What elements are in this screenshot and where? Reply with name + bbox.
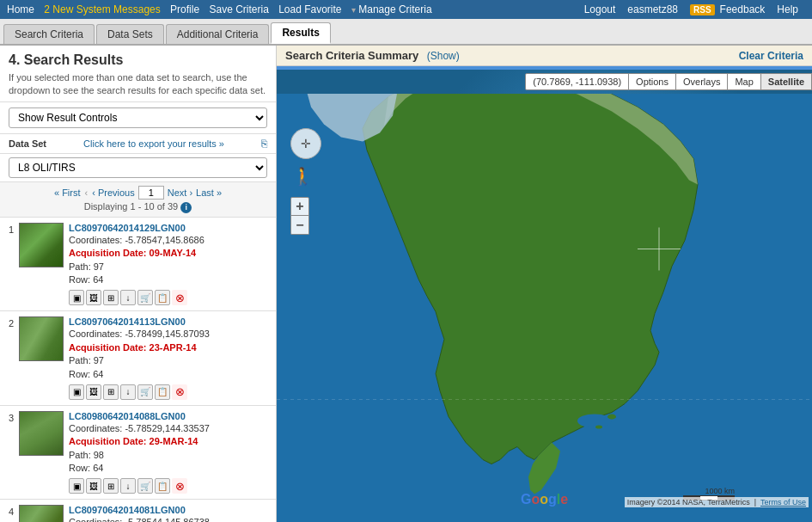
info-icon[interactable]: i	[180, 202, 192, 213]
result-thumb-4[interactable]	[19, 505, 64, 522]
result-thumb-2[interactable]	[19, 316, 64, 361]
tab-bar: Search Criteria Data Sets Additional Cri…	[0, 19, 812, 46]
action-order-3[interactable]: 📋	[155, 478, 170, 494]
nav-feedback[interactable]: Feedback	[720, 3, 766, 15]
result-item-4: 4 LC80970642014081LGN00 Coordinates: -5.…	[0, 500, 276, 522]
nav-load-favorite[interactable]: Load Favorite	[278, 3, 341, 15]
main-layout: 4. Search Results If you selected more t…	[0, 46, 812, 522]
result-thumb-3[interactable]	[19, 411, 64, 456]
svg-point-5	[607, 415, 616, 420]
action-exclude-3[interactable]: ⊗	[172, 478, 187, 494]
entity-id-2: LC80970642014113LGN00	[69, 316, 272, 327]
pagination-nav-links: « First ‹ ‹ Previous Next › Last »	[54, 186, 222, 200]
svg-point-4	[577, 415, 612, 428]
load-favorite-arrow: ▾	[351, 5, 356, 15]
map-svg	[277, 94, 812, 522]
path-1: Path: 97	[69, 261, 272, 273]
tab-data-sets[interactable]: Data Sets	[96, 24, 164, 44]
criteria-bar: Search Criteria Summary (Show) Clear Cri…	[277, 46, 812, 66]
action-exclude-2[interactable]: ⊗	[172, 384, 187, 400]
acq-date-1: Acquisition Date: 09-MAY-14	[69, 247, 272, 260]
action-order-2[interactable]: 📋	[155, 384, 170, 400]
result-item-1: 1 LC80970642014129LGN00 Coordinates: -5.…	[0, 218, 276, 312]
tab-search-criteria[interactable]: Search Criteria	[3, 24, 95, 44]
map-type-map-button[interactable]: Map	[728, 73, 760, 90]
export-link[interactable]: Click here to export your results »	[83, 138, 224, 149]
pagination: « First ‹ ‹ Previous Next › Last » Displ…	[0, 182, 276, 218]
overlays-button[interactable]: Overlays	[676, 73, 728, 90]
criteria-title: Search Criteria Summary	[285, 49, 418, 62]
action-footprint-2[interactable]: ▣	[69, 384, 84, 400]
dataset-select-row: L8 OLI/TIRS	[0, 154, 276, 182]
result-thumb-1[interactable]	[19, 223, 64, 267]
action-cart-1[interactable]: 🛒	[137, 290, 153, 305]
search-results-title: 4. Search Results	[9, 52, 267, 68]
map-coords-display: (70.7869, -111.0938)	[525, 73, 629, 90]
action-compare-3[interactable]: ⊞	[103, 478, 119, 494]
page-number-input[interactable]	[138, 186, 164, 200]
entity-id-4: LC80970642014081LGN00	[69, 505, 272, 515]
action-compare-1[interactable]: ⊞	[103, 290, 119, 305]
nav-home[interactable]: Home	[7, 3, 34, 15]
map-nav-circle[interactable]: ✛	[290, 128, 321, 159]
path-2: Path: 97	[69, 354, 272, 367]
nav-manage-criteria[interactable]: Manage Criteria	[358, 3, 431, 15]
nav-logout[interactable]: Logout	[584, 3, 616, 15]
acq-date-3: Acquisition Date: 29-MAR-14	[69, 435, 272, 448]
action-browse-2[interactable]: 🖼	[86, 384, 101, 400]
action-order-1[interactable]: 📋	[155, 290, 170, 305]
nav-save-criteria[interactable]: Save Criteria	[209, 3, 268, 15]
rss-badge[interactable]: RSS	[690, 4, 715, 15]
action-browse-1[interactable]: 🖼	[86, 290, 101, 305]
nav-user[interactable]: easmetz88	[627, 3, 678, 15]
action-browse-3[interactable]: 🖼	[86, 478, 101, 494]
action-cart-2[interactable]: 🛒	[137, 384, 153, 400]
action-footprint-1[interactable]: ▣	[69, 290, 84, 305]
result-num-1: 1	[3, 223, 19, 235]
action-download-1[interactable]: ↓	[120, 290, 136, 305]
entity-id-1: LC80970642014129LGN00	[69, 223, 272, 233]
nav-help[interactable]: Help	[777, 3, 798, 15]
svg-point-6	[595, 426, 602, 429]
action-exclude-1[interactable]: ⊗	[172, 290, 187, 305]
tab-additional-criteria[interactable]: Additional Criteria	[166, 24, 270, 44]
action-footprint-3[interactable]: ▣	[69, 478, 84, 494]
last-page-link[interactable]: Last »	[196, 187, 222, 198]
street-view-icon[interactable]: 🚶	[292, 166, 314, 187]
next-page-link[interactable]: Next ›	[168, 187, 192, 198]
first-page-link[interactable]: « First	[54, 187, 81, 198]
options-button[interactable]: Options	[629, 73, 676, 90]
export-icon: ⎘	[261, 138, 267, 150]
nav-system-messages[interactable]: 2 New System Messages	[44, 3, 160, 15]
map-image[interactable]: ✛ 🚶 + − Google 1000 km	[277, 70, 812, 522]
clear-criteria-button[interactable]: Clear Criteria	[739, 50, 803, 62]
entity-id-3: LC80980642014088LGN00	[69, 411, 272, 421]
show-result-controls-select[interactable]: Show Result Controls	[9, 107, 267, 128]
coords-3: Coordinates: -5.78529,144.33537	[69, 422, 272, 435]
result-num-2: 2	[3, 316, 19, 329]
previous-page-link[interactable]: ‹ Previous	[92, 187, 135, 198]
action-cart-3[interactable]: 🛒	[137, 478, 153, 494]
action-download-2[interactable]: ↓	[120, 384, 136, 400]
zoom-controls: + −	[290, 197, 309, 235]
result-num-3: 3	[3, 411, 19, 423]
result-actions-3: ▣ 🖼 ⊞ ↓ 🛒 📋 ⊗	[69, 478, 272, 494]
terms-of-use-link[interactable]: Terms of Use	[760, 498, 806, 507]
result-info-3: LC80980642014088LGN00 Coordinates: -5.78…	[69, 411, 272, 494]
map-type-satellite-button[interactable]: Satellite	[761, 73, 812, 90]
map-panel[interactable]: Search Criteria Summary (Show) Clear Cri…	[277, 46, 812, 522]
left-panel: 4. Search Results If you selected more t…	[0, 46, 277, 522]
zoom-out-button[interactable]: −	[290, 216, 309, 235]
action-download-3[interactable]: ↓	[120, 478, 136, 494]
result-info-1: LC80970642014129LGN00 Coordinates: -5.78…	[69, 223, 272, 306]
tab-results[interactable]: Results	[271, 22, 330, 44]
separator1: ‹	[85, 187, 89, 198]
zoom-in-button[interactable]: +	[290, 197, 309, 216]
result-num-4: 4	[3, 505, 19, 517]
action-compare-2[interactable]: ⊞	[103, 384, 119, 400]
nav-profile[interactable]: Profile	[170, 3, 199, 15]
display-count: Displaying 1 - 10 of 39 i	[84, 201, 192, 213]
criteria-show-link[interactable]: (Show)	[427, 50, 460, 62]
row-3: Row: 64	[69, 462, 272, 475]
dataset-select[interactable]: L8 OLI/TIRS	[9, 157, 267, 178]
